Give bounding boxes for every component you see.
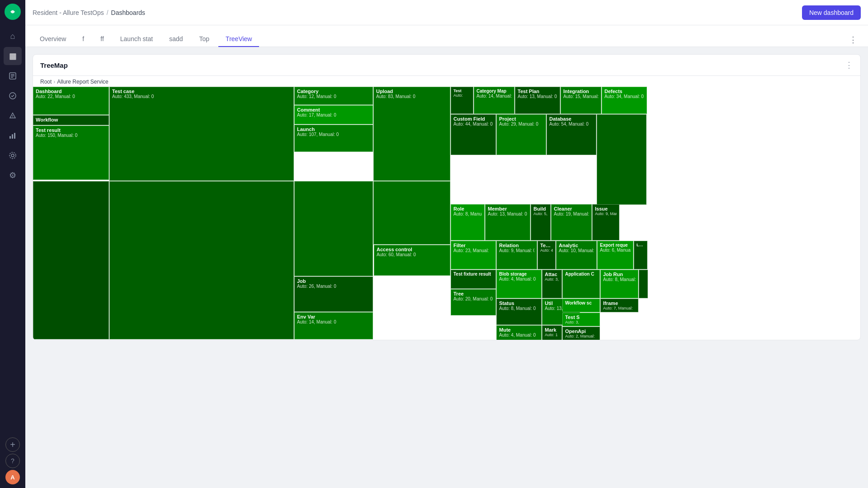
treemap-cell-test-fixture-result[interactable]: Test fixture result — [451, 270, 496, 289]
tab-sadd[interactable]: sadd — [162, 32, 190, 47]
treemap-cell-defects[interactable]: Defects Auto: 34, Manual: 0 — [602, 87, 647, 114]
tab-top[interactable]: Top — [192, 32, 217, 47]
sidebar-item-settings[interactable]: ⚙ — [4, 166, 22, 184]
tab-launch-stat[interactable]: Launch stat — [113, 32, 160, 47]
treemap-cell-env-var[interactable]: Env Var Auto: 14, Manual: 0 — [294, 312, 373, 339]
treemap-cell-project[interactable]: Project Auto: 29, Manual: 0 — [496, 114, 546, 155]
svg-rect-8 — [9, 136, 11, 139]
treemap-cell-test-s[interactable]: Test S Auto: 3, — [562, 313, 600, 326]
treemap-cell-member[interactable]: Member Auto: 13, Manual: 0 — [485, 204, 530, 240]
treemap-cell-status[interactable]: Status Auto: 8, Manual: 0 — [496, 299, 542, 325]
sidebar-item-integrations[interactable] — [4, 146, 22, 164]
tree-child: Allure Report Service — [57, 79, 108, 85]
treemap-cell-openapi[interactable]: OpenApi Auto: 2, Manual: — [562, 327, 600, 340]
app-logo — [5, 4, 21, 20]
sidebar-item-analytics[interactable] — [4, 127, 22, 145]
svg-point-12 — [9, 152, 16, 159]
treemap-cell-role[interactable]: Role Auto: 8, Manual: 0 — [451, 204, 485, 240]
treemap-cell-dashboard[interactable]: Dashboard Auto: 22, Manual: 0 — [33, 87, 109, 115]
treemap-cell-iframe[interactable]: Iframe Auto: 7, Manual: — [600, 299, 638, 312]
treemap-cell-custom-field[interactable]: Custom Field Auto: 44, Manual: 0 — [451, 114, 496, 155]
tabs-more-menu[interactable]: ⋮ — [845, 33, 861, 47]
treemap-cell-launch-small[interactable]: Launc — [634, 241, 647, 269]
tabs-bar: Overview f ff Launch stat sadd Top TreeV… — [25, 25, 868, 47]
treemap-cell-cleaner[interactable]: Cleaner Auto: 19, Manual: 0 — [551, 204, 592, 240]
avatar[interactable]: A — [5, 470, 20, 484]
new-dashboard-button[interactable]: New dashboard — [802, 5, 861, 20]
main-content: Resident - Allure TestOps / Dashboards N… — [25, 0, 868, 488]
svg-rect-10 — [14, 133, 15, 139]
treemap-cell-analytic[interactable]: Analytic Auto: 10, Manual: 0 — [556, 241, 597, 269]
treemap-cell-blob-storage[interactable]: Blob storage Auto: 4, Manual: 0 — [496, 270, 542, 298]
treemap-cell-filter[interactable]: Filter Auto: 23, Manual: — [451, 241, 496, 269]
tab-f[interactable]: f — [75, 32, 91, 47]
treemap-cell-test[interactable]: Test Auto: — [451, 87, 473, 114]
tree-root[interactable]: Root — [40, 79, 52, 85]
treemap-cell-test-plan[interactable]: Test Plan Auto: 13, Manual: 0 — [515, 87, 560, 114]
tab-ff[interactable]: ff — [93, 32, 111, 47]
sidebar-item-launches[interactable] — [4, 67, 22, 85]
widget-header: TreeMap ⋮ — [33, 55, 860, 76]
treemap-cell-build[interactable]: Build Auto: 5, — [531, 204, 551, 240]
tree-breadcrumb: Root › Allure Report Service — [33, 76, 860, 87]
treemap-cell-database[interactable]: Database Auto: 54, Manual: 0 — [547, 114, 596, 155]
treemap-cell-job[interactable]: Job Auto: 26, Manual: 0 — [294, 277, 373, 312]
page-content: TreeMap ⋮ Root › Allure Report Service D… — [25, 47, 868, 488]
treemap-cell-launch[interactable]: Launch Auto: 107, Manual: 0 — [294, 125, 373, 152]
topbar-actions: New dashboard — [802, 5, 861, 20]
sidebar-item-testcases[interactable] — [4, 87, 22, 105]
breadcrumb-separator: / — [107, 9, 108, 16]
tab-overview[interactable]: Overview — [33, 32, 73, 47]
tab-treeview[interactable]: TreeView — [218, 32, 259, 47]
breadcrumb-section: Dashboards — [111, 9, 146, 16]
treemap-cell-issue[interactable]: Issue Auto: 9, Manual: — [592, 204, 619, 240]
treemap-cell-relation[interactable]: Relation Auto: 9, Manual: 0 — [496, 241, 537, 269]
treemap-cell-bg2 — [294, 181, 373, 276]
breadcrumb-project[interactable]: Resident - Allure TestOps — [33, 9, 104, 16]
sidebar-item-help[interactable]: ? — [5, 454, 20, 468]
treemap-cell-bg1 — [109, 181, 294, 339]
treemap-cell-test-l[interactable]: Test L Auto: 4, — [538, 241, 556, 269]
treemap-widget: TreeMap ⋮ Root › Allure Report Service D… — [33, 54, 861, 340]
treemap-cell-test-result[interactable]: Test result Auto: 150, Manual: 0 — [33, 126, 109, 180]
sidebar-item-add[interactable]: + — [5, 437, 20, 452]
treemap-cell-access-control[interactable]: Access control Auto: 60, Manual: 0 — [374, 245, 450, 276]
sidebar-item-home[interactable]: ⌂ — [4, 27, 22, 45]
treemap-cell-tree[interactable]: Tree Auto: 20, Manual: 0 — [451, 289, 496, 315]
treemap-cell-t-small[interactable] — [639, 270, 648, 298]
tree-breadcrumb-sep: › — [53, 79, 55, 85]
treemap-cell-integration[interactable]: Integration Auto: 15, Manual: 0 — [561, 87, 601, 114]
treemap-cell-export-request[interactable]: Export reque Auto: 6, Manual: — [597, 241, 633, 269]
treemap-cell-attach[interactable]: Attac Auto: 3, — [542, 270, 562, 298]
sidebar-item-dashboard[interactable]: ▦ — [4, 47, 22, 65]
treemap-cell-workflow[interactable]: Workflow — [33, 115, 109, 125]
sidebar-item-defects[interactable] — [4, 107, 22, 125]
treemap-cell-comment[interactable]: Comment Auto: 17, Manual: 0 — [294, 105, 373, 124]
sidebar: ⌂ ▦ ⚙ + — [0, 0, 25, 488]
treemap-cell-mute[interactable]: Mute Auto: 4, Manual: 0 — [496, 325, 542, 340]
treemap-cell-test-case[interactable]: Test case Auto: 433, Manual: 0 — [109, 87, 294, 181]
topbar: Resident - Allure TestOps / Dashboards N… — [25, 0, 868, 25]
treemap-cell-bg3 — [373, 181, 450, 244]
treemap-cell-category[interactable]: Category Auto: 12, Manual: 0 — [294, 87, 373, 105]
treemap-cell-category-map[interactable]: Category Map Auto: 14, Manual: 0 — [474, 87, 514, 114]
widget-title: TreeMap — [40, 61, 68, 69]
treemap-cell-bg4 — [33, 181, 109, 339]
svg-point-11 — [11, 154, 14, 157]
treemap-cell-mark[interactable]: Mark Auto: 1 — [542, 325, 562, 340]
svg-point-7 — [13, 117, 13, 117]
treemap-cell-job-run[interactable]: Job Run Auto: 8, Manual: 0 — [600, 270, 638, 298]
svg-rect-9 — [12, 134, 13, 139]
treemap-cell-application-c[interactable]: Application C — [562, 270, 600, 298]
treemap-visualization: Dashboard Auto: 22, Manual: 0 Workflow T… — [33, 87, 860, 340]
breadcrumb: Resident - Allure TestOps / Dashboards — [33, 9, 145, 16]
treemap-cell-upload[interactable]: Upload Auto: 83, Manual: 0 — [373, 87, 450, 181]
treemap-cell-workflow-sc[interactable]: Workflow sc — [562, 299, 600, 312]
treemap-cell-large-right — [597, 114, 646, 205]
widget-menu-button[interactable]: ⋮ — [845, 60, 853, 70]
